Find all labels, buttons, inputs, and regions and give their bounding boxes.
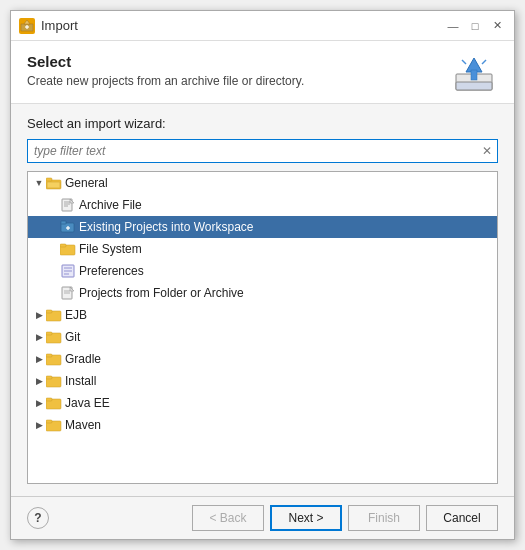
preferences-icon (60, 264, 76, 278)
header-section: Select Create new projects from an archi… (11, 41, 514, 104)
tree-item-git[interactable]: ▶ Git (28, 326, 497, 348)
svg-rect-37 (46, 354, 52, 357)
tree-item-file-system[interactable]: ▶ File System (28, 238, 497, 260)
svg-marker-1 (24, 20, 30, 24)
expander-general[interactable]: ▼ (32, 176, 46, 190)
footer-left: ? (27, 507, 49, 529)
filter-clear-button[interactable]: ✕ (480, 145, 494, 157)
title-bar: Import — □ ✕ (11, 11, 514, 41)
tree-item-ejb-label: EJB (65, 308, 87, 322)
tree-item-gradle-label: Gradle (65, 352, 101, 366)
cancel-button[interactable]: Cancel (426, 505, 498, 531)
svg-rect-19 (61, 221, 66, 224)
finish-button[interactable]: Finish (348, 505, 420, 531)
title-left: Import (19, 18, 78, 34)
header-title: Select (27, 53, 304, 70)
folder-closed-icon-javaee (46, 396, 62, 410)
svg-rect-33 (46, 310, 52, 313)
footer: ? < Back Next > Finish Cancel (11, 496, 514, 539)
folder-closed-icon-gradle (46, 352, 62, 366)
svg-rect-23 (60, 244, 66, 247)
expander-ejb[interactable]: ▶ (32, 308, 46, 322)
expander-git[interactable]: ▶ (32, 330, 46, 344)
tree-item-gradle[interactable]: ▶ Gradle (28, 348, 497, 370)
tree-container[interactable]: ▼ General ▶ Archive File (27, 171, 498, 484)
svg-rect-5 (456, 82, 492, 90)
header-icon (450, 53, 498, 93)
dialog-icon (19, 18, 35, 34)
archive-file-icon (60, 198, 76, 212)
tree-item-ejb[interactable]: ▶ EJB (28, 304, 497, 326)
filter-input[interactable] (27, 139, 498, 163)
tree-item-git-label: Git (65, 330, 80, 344)
projects-folder-icon (60, 286, 76, 300)
tree-item-general[interactable]: ▼ General (28, 172, 497, 194)
svg-rect-35 (46, 332, 52, 335)
header-text: Select Create new projects from an archi… (27, 53, 304, 88)
wizard-label: Select an import wizard: (27, 116, 498, 131)
back-button[interactable]: < Back (192, 505, 264, 531)
folder-closed-icon-ejb (46, 308, 62, 322)
tree-item-maven[interactable]: ▶ Maven (28, 414, 497, 436)
expander-maven[interactable]: ▶ (32, 418, 46, 432)
content-area: Select an import wizard: ✕ ▼ General ▶ (11, 104, 514, 496)
folder-closed-icon-install (46, 374, 62, 388)
tree-item-install-label: Install (65, 374, 96, 388)
svg-rect-12 (47, 182, 60, 188)
expander-javaee[interactable]: ▶ (32, 396, 46, 410)
tree-item-pref-label: Preferences (79, 264, 144, 278)
tree-item-install[interactable]: ▶ Install (28, 370, 497, 392)
window-controls: — □ ✕ (444, 17, 506, 35)
tree-item-fs-label: File System (79, 242, 142, 256)
svg-rect-41 (46, 398, 52, 401)
maximize-button[interactable]: □ (466, 17, 484, 35)
tree-item-existing-projects[interactable]: ▶ Existing Projects into Workspace (28, 216, 497, 238)
filter-row: ✕ (27, 139, 498, 163)
tree-item-archive-label: Archive File (79, 198, 142, 212)
expander-install[interactable]: ▶ (32, 374, 46, 388)
folder-closed-icon-fs (60, 242, 76, 256)
svg-rect-11 (46, 178, 52, 181)
folder-closed-icon-git (46, 330, 62, 344)
expander-gradle[interactable]: ▶ (32, 352, 46, 366)
next-button[interactable]: Next > (270, 505, 342, 531)
tree-item-projects-folder[interactable]: ▶ Projects from Folder or Archive (28, 282, 497, 304)
folder-open-icon (46, 176, 62, 190)
existing-projects-icon (60, 220, 76, 234)
footer-right: < Back Next > Finish Cancel (192, 505, 498, 531)
header-description: Create new projects from an archive file… (27, 74, 304, 88)
tree-item-existing-label: Existing Projects into Workspace (79, 220, 254, 234)
folder-closed-icon-maven (46, 418, 62, 432)
tree-item-maven-label: Maven (65, 418, 101, 432)
tree-item-archive-file[interactable]: ▶ Archive File (28, 194, 497, 216)
close-button[interactable]: ✕ (488, 17, 506, 35)
minimize-button[interactable]: — (444, 17, 462, 35)
import-dialog: Import — □ ✕ Select Create new projects … (10, 10, 515, 540)
svg-rect-7 (471, 70, 477, 80)
tree-item-javaee-label: Java EE (65, 396, 110, 410)
tree-item-general-label: General (65, 176, 108, 190)
help-button[interactable]: ? (27, 507, 49, 529)
tree-item-preferences[interactable]: ▶ Preferences (28, 260, 497, 282)
svg-rect-39 (46, 376, 52, 379)
tree-item-javaee[interactable]: ▶ Java EE (28, 392, 497, 414)
svg-line-8 (462, 60, 466, 64)
dialog-title: Import (41, 18, 78, 33)
svg-rect-43 (46, 420, 52, 423)
svg-line-9 (482, 60, 486, 64)
tree-item-pfa-label: Projects from Folder or Archive (79, 286, 244, 300)
